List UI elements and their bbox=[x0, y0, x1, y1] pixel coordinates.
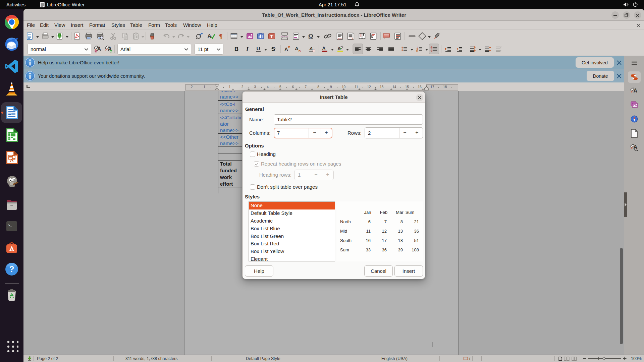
svg-text:1: 1 bbox=[337, 37, 339, 40]
svg-text:B: B bbox=[288, 46, 290, 49]
svg-text:U: U bbox=[257, 46, 260, 51]
svg-text:A: A bbox=[97, 46, 101, 52]
svg-text:A: A bbox=[634, 88, 638, 94]
svg-text:I: I bbox=[469, 357, 471, 360]
svg-text:¶: ¶ bbox=[219, 33, 222, 40]
svg-text:I: I bbox=[246, 46, 249, 52]
svg-text:III: III bbox=[416, 50, 418, 52]
svg-text:A: A bbox=[207, 33, 211, 39]
svg-text:A: A bbox=[309, 46, 313, 51]
svg-text:i: i bbox=[352, 37, 353, 40]
svg-text:?: ? bbox=[9, 264, 14, 274]
svg-text:>_: >_ bbox=[8, 224, 12, 228]
svg-text:A: A bbox=[284, 46, 288, 52]
svg-text:B: B bbox=[299, 50, 301, 53]
svg-text:A: A bbox=[322, 46, 326, 51]
svg-text:A: A bbox=[295, 46, 299, 51]
svg-text:B: B bbox=[234, 46, 238, 52]
svg-text:Ω: Ω bbox=[308, 33, 313, 40]
